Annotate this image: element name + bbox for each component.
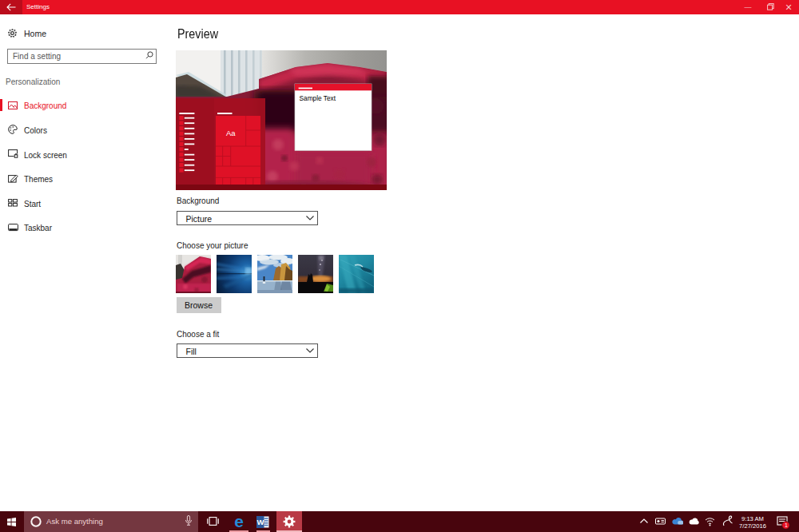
svg-text:1: 1 [785,522,788,528]
svg-text:Aa: Aa [226,129,236,137]
svg-text:W: W [257,518,264,526]
svg-text:Sample Text: Sample Text [300,94,336,102]
